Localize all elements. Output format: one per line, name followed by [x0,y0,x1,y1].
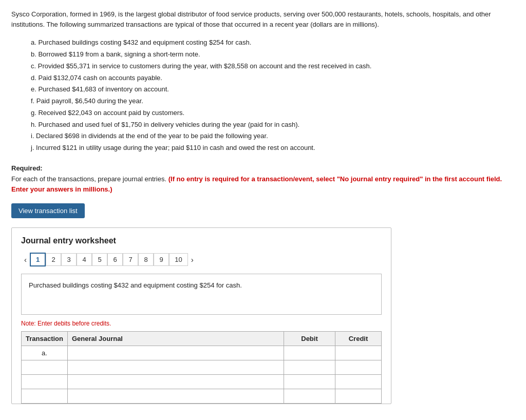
intro-paragraph: Sysco Corporation, formed in 1969, is th… [11,9,515,30]
row4-journal-input[interactable] [68,389,284,403]
row2-debit-input[interactable] [284,360,335,374]
transaction-c: c. Provided $55,371 in service to custom… [31,61,515,72]
row1-journal-cell[interactable] [68,346,284,360]
row3-debit-cell[interactable] [284,375,335,389]
pagination: ‹ 1 2 3 4 5 6 7 8 9 10 › [21,253,382,266]
row2-journal-input[interactable] [68,360,284,374]
page-5[interactable]: 5 [92,253,107,266]
required-text: For each of the transactions, prepare jo… [11,175,166,183]
journal-table: Transaction General Journal Debit Credit… [21,331,382,404]
view-transaction-list-button[interactable]: View transaction list [11,203,85,218]
row1-transaction-label: a. [22,346,68,360]
row4-transaction-label [22,389,68,404]
transaction-d: d. Paid $132,074 cash on accounts payabl… [31,72,515,84]
transaction-a: a. Purchased buildings costing $432 and … [31,37,515,49]
row2-credit-cell[interactable] [335,360,382,375]
row4-journal-cell[interactable] [68,389,284,404]
page-1[interactable]: 1 [30,253,46,266]
row1-credit-input[interactable] [335,346,381,360]
header-general-journal: General Journal [68,332,284,346]
page-3[interactable]: 3 [61,253,77,266]
row3-credit-input[interactable] [335,375,381,389]
row4-debit-input[interactable] [284,389,335,403]
transaction-e: e. Purchased $41,683 of inventory on acc… [31,84,515,96]
page-6[interactable]: 6 [107,253,123,266]
header-transaction: Transaction [22,332,68,346]
transaction-f: f. Paid payroll, $6,540 during the year. [31,96,515,107]
worksheet-title: Journal entry worksheet [21,236,382,245]
journal-worksheet: Journal entry worksheet ‹ 1 2 3 4 5 6 7 … [11,227,391,404]
table-row [22,389,382,404]
row3-credit-cell[interactable] [335,375,382,389]
next-page-button[interactable]: › [188,253,197,266]
table-row: a. [22,346,382,360]
page-7[interactable]: 7 [123,253,138,266]
table-row [22,375,382,389]
transactions-list: a. Purchased buildings costing $432 and … [31,37,515,154]
page-9[interactable]: 9 [154,253,169,266]
row2-journal-cell[interactable] [68,360,284,375]
page-10[interactable]: 10 [169,253,187,266]
row3-journal-cell[interactable] [68,375,284,389]
row2-credit-input[interactable] [335,360,381,374]
transaction-h: h. Purchased and used fuel of $1,750 in … [31,119,515,131]
transaction-j: j. Incurred $121 in utility usage during… [31,142,515,154]
header-credit: Credit [335,332,382,346]
page-8[interactable]: 8 [138,253,154,266]
header-debit: Debit [284,332,335,346]
transaction-b: b. Borrowed $119 from a bank, signing a … [31,49,515,61]
transaction-description: Purchased buildings costing $432 and equ… [21,274,382,315]
page-2[interactable]: 2 [46,253,61,266]
transaction-i: i. Declared $698 in dividends at the end… [31,130,515,142]
table-row [22,360,382,375]
note-text: Note: Enter debits before credits. [21,320,382,327]
row1-debit-input[interactable] [284,346,335,360]
required-section: Required: For each of the transactions, … [11,163,515,195]
row2-debit-cell[interactable] [284,360,335,375]
prev-page-button[interactable]: ‹ [21,253,30,266]
row4-debit-cell[interactable] [284,389,335,404]
row1-journal-input[interactable] [68,346,284,360]
row4-credit-cell[interactable] [335,389,382,404]
row3-debit-input[interactable] [284,375,335,389]
row1-debit-cell[interactable] [284,346,335,360]
row4-credit-input[interactable] [335,389,381,403]
row3-journal-input[interactable] [68,375,284,389]
row3-transaction-label [22,375,68,389]
row2-transaction-label [22,360,68,375]
required-label: Required: [11,164,43,172]
transaction-g: g. Received $22,043 on account paid by c… [31,107,515,119]
row1-credit-cell[interactable] [335,346,382,360]
page-4[interactable]: 4 [77,253,92,266]
